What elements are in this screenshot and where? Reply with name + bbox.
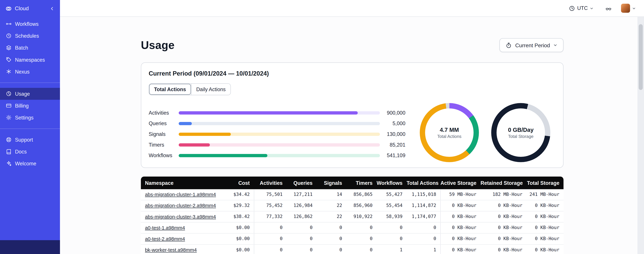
bar-label: Queries — [149, 121, 178, 126]
bar-label: Workflows — [149, 153, 178, 158]
avatar — [621, 4, 630, 13]
tab-total-actions[interactable]: Total Actions — [149, 84, 191, 95]
nav-item-icon — [6, 57, 12, 63]
cell-total-storage: 241 MB-Hour — [526, 189, 564, 200]
stopwatch-icon — [506, 42, 512, 48]
cell-cost: $0.00 — [229, 222, 254, 233]
nav-item-label: Batch — [15, 45, 28, 50]
column-header-namespace: Namespace — [141, 180, 229, 186]
nav-item-label: Namespaces — [15, 57, 45, 62]
bar-fill — [179, 132, 231, 136]
chevron-left-icon — [50, 6, 54, 11]
sidebar-item-schedules[interactable]: Schedules — [0, 30, 60, 42]
usage-card-title: Current Period (09/01/2024 — 10/01/2024) — [149, 70, 556, 77]
cell-active-storage: 0 KB-Hour — [440, 234, 480, 244]
chevron-down-icon — [632, 6, 636, 10]
cell-workflows: 55,454 — [377, 200, 407, 211]
nav-item-icon — [6, 149, 12, 155]
nav-item-label: Welcome — [15, 161, 36, 166]
bar-value: 130,000 — [380, 131, 406, 137]
account-menu-button[interactable] — [621, 4, 636, 13]
cell-activities: 75,501 — [254, 189, 287, 200]
cell-workflows: 0 — [377, 234, 407, 244]
sidebar-item-workflows[interactable]: Workflows — [0, 18, 60, 30]
table-row-abs-migration-cluster-2-a98mm4: abs-migration-cluster-2.a98mm4 $29.32 75… — [141, 200, 563, 212]
scrollbar-track[interactable] — [638, 17, 644, 254]
stage: Cloud Workflows Schedules Batch Namespac… — [0, 0, 644, 254]
namespace-link[interactable]: abs-migration-cluster-1.a98mm4 — [145, 192, 216, 197]
temporal-logo-icon — [5, 5, 12, 12]
glasses-button[interactable] — [604, 5, 613, 12]
cell-cost: $0.00 — [229, 234, 254, 244]
nav-item-label: Settings — [15, 115, 34, 120]
cell-signals: 22 — [317, 200, 346, 211]
cell-workflows: 0 — [377, 222, 407, 233]
cell-total-storage: 0 KB-Hour — [526, 234, 564, 244]
bar-fill — [179, 111, 358, 114]
namespace-link[interactable]: bk-worker-test.a98mm4 — [145, 247, 197, 253]
nav-item-icon — [6, 114, 12, 121]
period-selector-button[interactable]: Current Period — [500, 38, 564, 52]
nav-item-label: Workflows — [15, 21, 38, 27]
table-row-abs-migration-cluster-3-a98mm4: abs-migration-cluster-3.a98mm4 $38.42 77… — [141, 212, 563, 222]
column-header-total-storage: Total Storage — [526, 180, 564, 186]
cell-cost: $0.00 — [229, 244, 254, 254]
nav-item-label: Billing — [15, 103, 29, 108]
cell-signals: 0 — [317, 244, 346, 254]
nav-item-icon — [6, 33, 12, 39]
sidebar-item-support[interactable]: Support — [0, 134, 60, 146]
chevron-down-icon — [590, 6, 594, 10]
cell-queries: 127,211 — [287, 189, 317, 200]
sidebar-item-usage[interactable]: Usage — [0, 88, 60, 100]
sidebar-item-welcome[interactable]: Welcome — [0, 158, 60, 170]
table-row-abs-migration-cluster-1-a98mm4: abs-migration-cluster-1.a98mm4 $34.42 75… — [141, 189, 563, 200]
column-header-workflows: Workflows — [377, 180, 407, 186]
scrollbar-thumb[interactable] — [639, 24, 643, 90]
tab-daily-actions[interactable]: Daily Actions — [191, 84, 231, 95]
bar-value: 900,000 — [380, 110, 406, 116]
table-row-a0-test-2-a98mm4: a0-test-2.a98mm4 $0.00 0 0 0 0 0 0 0 KB-… — [141, 234, 563, 244]
cell-timers: 0 — [346, 244, 377, 254]
cell-retained-storage: 0 KB-Hour — [480, 200, 526, 211]
bar-track — [179, 122, 380, 125]
cell-signals: 22 — [317, 212, 346, 222]
bar-fill — [179, 122, 192, 125]
sidebar-item-namespaces[interactable]: Namespaces — [0, 54, 60, 66]
sidebar-item-billing[interactable]: Billing — [0, 100, 60, 112]
bar-track — [179, 154, 380, 157]
cell-total-actions: 1 — [407, 244, 440, 254]
namespace-link[interactable]: abs-migration-cluster-3.a98mm4 — [145, 214, 216, 220]
namespace-link[interactable]: a0-test-1.a98mm4 — [145, 225, 185, 231]
cell-signals: 0 — [317, 222, 346, 233]
cell-timers: 856,865 — [346, 189, 377, 200]
sidebar-divider — [0, 82, 60, 83]
cell-total-actions: 1,114,872 — [407, 200, 440, 211]
timezone-selector[interactable]: UTC — [566, 5, 596, 12]
sidebar-item-nexus[interactable]: Nexus — [0, 66, 60, 78]
nav-item-label: Schedules — [15, 33, 39, 39]
nav-item-icon — [6, 137, 12, 143]
bar-label: Timers — [149, 142, 178, 148]
cell-active-storage: 0 KB-Hour — [440, 200, 480, 211]
sidebar-collapse-button[interactable] — [50, 6, 54, 11]
namespace-link[interactable]: a0-test-2.a98mm4 — [145, 236, 185, 242]
main-content: Usage Current Period Current Period (09/… — [60, 17, 638, 254]
sidebar-item-docs[interactable]: Docs — [0, 146, 60, 158]
cell-retained-storage: 0 KB-Hour — [480, 244, 526, 254]
cell-queries: 0 — [287, 234, 317, 244]
total-storage-donut: 0 GB/Day Total Storage — [491, 103, 550, 162]
cell-total-actions: 1,115,018 — [407, 189, 440, 200]
bar-track — [179, 143, 380, 146]
nav-item-icon — [6, 69, 12, 75]
sidebar-item-settings[interactable]: Settings — [0, 112, 60, 124]
bar-track — [179, 132, 380, 136]
namespace-link[interactable]: abs-migration-cluster-2.a98mm4 — [145, 203, 216, 208]
cell-workflows: 58,939 — [377, 212, 407, 222]
topbar: UTC — [60, 0, 644, 17]
sidebar-item-batch[interactable]: Batch — [0, 42, 60, 54]
cell-activities: 0 — [254, 244, 287, 254]
cell-cost: $34.42 — [229, 189, 254, 200]
sidebar-footer — [0, 240, 60, 254]
nav-item-label: Nexus — [15, 69, 30, 74]
cell-retained-storage: 0 KB-Hour — [480, 234, 526, 244]
